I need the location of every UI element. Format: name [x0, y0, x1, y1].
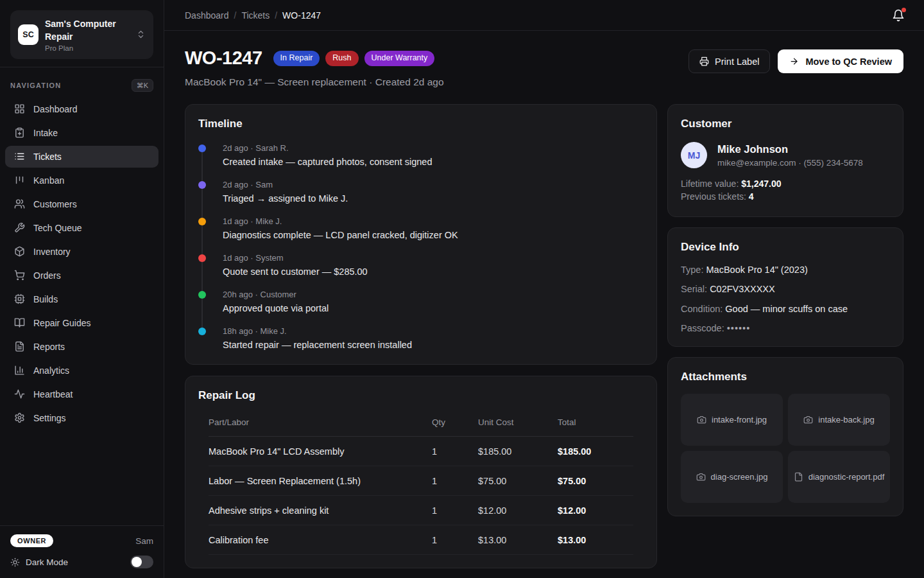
cell-qty: 1	[432, 535, 478, 545]
sidebar-item-orders[interactable]: Orders	[5, 265, 158, 286]
left-column: Timeline 2d ago · Sarah R. Created intak…	[185, 104, 657, 568]
sidebar-item-tech-queue[interactable]: Tech Queue	[5, 217, 158, 239]
timeline-dot	[198, 218, 206, 225]
attachment-tile[interactable]: diag-screen.jpg	[681, 451, 783, 503]
users-icon	[14, 198, 25, 209]
cell-unit: $13.00	[478, 535, 558, 545]
attachment-name: diag-screen.jpg	[711, 472, 768, 482]
toggle-knob	[132, 557, 142, 567]
attachment-tile[interactable]: intake-back.jpg	[788, 394, 890, 446]
sidebar-item-repair-guides[interactable]: Repair Guides	[5, 312, 158, 334]
cell-qty: 1	[432, 476, 478, 486]
device-condition: Good — minor scuffs on case	[725, 304, 848, 314]
col-part-labor: Part/Labor	[209, 417, 432, 427]
warranty-badge: Under Warranty	[364, 51, 435, 66]
customer-contact: mike@example.com · (555) 234-5678	[717, 158, 863, 168]
right-column: Customer MJ Mike Johnson mike@example.co…	[667, 104, 903, 516]
col-unit-cost: Unit Cost	[478, 417, 558, 427]
timeline-meta: 2d ago · Sam	[223, 180, 644, 189]
command-k-shortcut[interactable]: ⌘K	[132, 79, 153, 92]
timeline-meta: 20h ago · Customer	[223, 290, 644, 299]
repair-log-table: Part/Labor Qty Unit Cost Total MacBook P…	[198, 412, 644, 555]
attachment-tile[interactable]: intake-front.jpg	[681, 394, 783, 446]
sidebar-item-intake[interactable]: Intake	[5, 122, 158, 144]
customer-title: Customer	[681, 118, 890, 130]
sidebar-item-customers[interactable]: Customers	[5, 193, 158, 215]
role-badge: OWNER	[10, 534, 53, 547]
sun-icon	[10, 557, 20, 567]
customer-card: Customer MJ Mike Johnson mike@example.co…	[667, 104, 903, 217]
team-avatar: SC	[18, 24, 38, 45]
sidebar-item-label: Heartbeat	[33, 389, 73, 399]
attachments-card: Attachments intake-front.jpg intake-back…	[667, 357, 903, 516]
timeline-dot	[198, 254, 206, 262]
device-passcode: ••••••	[727, 323, 750, 333]
attachment-tile[interactable]: diagnostic-report.pdf	[788, 451, 890, 503]
device-serial: C02FV3XXXXX	[710, 284, 775, 294]
team-plan: Pro Plan	[45, 44, 130, 52]
col-qty: Qty	[432, 417, 478, 427]
document-icon	[794, 472, 803, 482]
attachment-name: intake-front.jpg	[712, 415, 767, 425]
breadcrumb-dashboard[interactable]: Dashboard	[185, 10, 229, 21]
printer-icon	[699, 57, 709, 66]
team-switcher[interactable]: SC Sam's Computer Repair Pro Plan	[10, 10, 153, 59]
timeline-title: Timeline	[198, 118, 644, 130]
timeline-event: 1d ago · Mike J. Diagnostics complete — …	[198, 216, 644, 240]
notifications-button[interactable]	[888, 5, 909, 26]
dark-mode-toggle[interactable]	[130, 556, 153, 568]
customer-avatar: MJ	[681, 142, 707, 168]
team-name: Sam's Computer Repair	[45, 17, 130, 44]
sidebar-item-analytics[interactable]: Analytics	[5, 360, 158, 381]
sidebar-item-inventory[interactable]: Inventory	[5, 241, 158, 263]
sidebar-item-settings[interactable]: Settings	[5, 407, 158, 429]
timeline-meta: 2d ago · Sarah R.	[223, 143, 644, 153]
customer-name: Mike Johnson	[717, 143, 863, 155]
breadcrumb-tickets[interactable]: Tickets	[241, 10, 270, 21]
device-passcode-row: Passcode: ••••••	[681, 323, 890, 333]
device-serial-row: Serial: C02FV3XXXXX	[681, 284, 890, 294]
package-icon	[14, 246, 25, 257]
cell-part: Adhesive strips + cleaning kit	[209, 505, 432, 516]
sidebar-item-label: Tickets	[33, 152, 62, 162]
timeline-dot	[198, 328, 206, 335]
cell-unit: $75.00	[478, 476, 558, 486]
sidebar-item-label: Reports	[33, 342, 65, 352]
sidebar-item-label: Dashboard	[33, 104, 78, 114]
book-open-icon	[14, 317, 25, 328]
sidebar-item-tickets[interactable]: Tickets	[5, 146, 158, 168]
col-total: Total	[558, 417, 633, 427]
attachment-name: diagnostic-report.pdf	[809, 472, 885, 482]
cell-qty: 1	[432, 505, 478, 516]
device-condition-row: Condition: Good — minor scuffs on case	[681, 304, 890, 314]
move-to-qc-button[interactable]: Move to QC Review	[778, 49, 903, 73]
attachment-name: intake-back.jpg	[818, 415, 874, 425]
layout-grid-icon	[14, 103, 25, 114]
sidebar: SC Sam's Computer Repair Pro Plan NAVIGA…	[0, 0, 164, 578]
cell-total: $12.00	[558, 505, 633, 516]
timeline-text: Created intake — captured photos, consen…	[223, 157, 644, 167]
priority-badge: Rush	[325, 51, 358, 66]
sidebar-item-dashboard[interactable]: Dashboard	[5, 98, 158, 120]
cpu-icon	[14, 293, 25, 304]
file-text-icon	[14, 341, 25, 352]
print-label-button[interactable]: Print Label	[689, 49, 770, 73]
table-header-row: Part/Labor Qty Unit Cost Total	[209, 412, 633, 437]
breadcrumb-separator: /	[275, 10, 277, 21]
sidebar-item-builds[interactable]: Builds	[5, 288, 158, 310]
sidebar-item-label: Inventory	[33, 247, 71, 257]
sidebar-item-kanban[interactable]: Kanban	[5, 170, 158, 191]
page-content: WO-1247 In Repair Rush Under Warranty Ma…	[164, 31, 924, 578]
main-area: Dashboard / Tickets / WO-1247 WO-1247 In…	[164, 0, 924, 578]
sidebar-item-label: Tech Queue	[33, 223, 82, 233]
sidebar-item-label: Intake	[33, 128, 58, 138]
sidebar-item-heartbeat[interactable]: Heartbeat	[5, 383, 158, 405]
sidebar-item-reports[interactable]: Reports	[5, 336, 158, 358]
page-title: WO-1247	[185, 48, 262, 69]
timeline-event: 18h ago · Mike J. Started repair — repla…	[198, 326, 644, 350]
page-subtitle: MacBook Pro 14" — Screen replacement · C…	[185, 76, 444, 88]
previous-tickets-row: Previous tickets: 4	[681, 191, 890, 204]
table-row: MacBook Pro 14" LCD Assembly 1 $185.00 $…	[209, 437, 633, 466]
timeline-text: Quote sent to customer — $285.00	[223, 267, 644, 277]
previous-tickets-count: 4	[749, 191, 754, 202]
